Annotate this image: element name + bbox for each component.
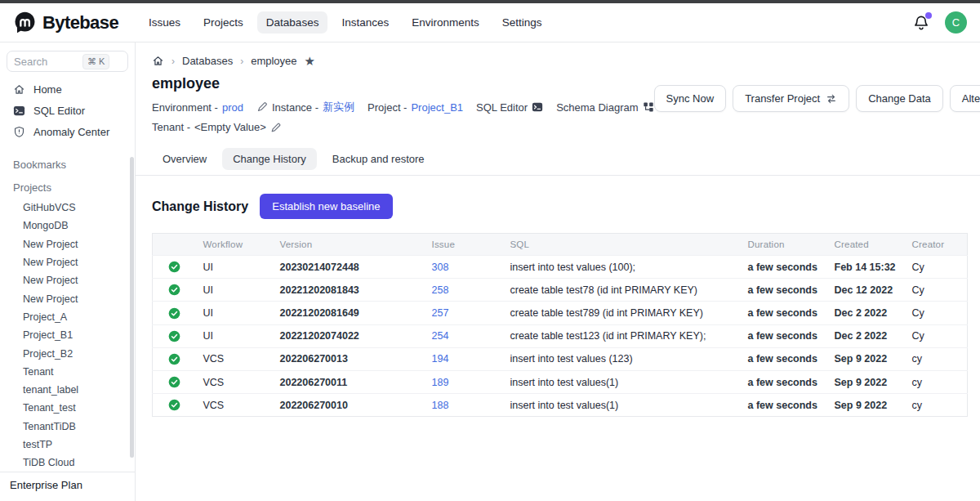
- table-row[interactable]: VCS 202206270013 194 insert into test va…: [153, 347, 968, 370]
- environment-label: Environment -: [152, 101, 218, 114]
- search-box[interactable]: ⌘ K: [7, 51, 128, 72]
- project-link[interactable]: Project_B1: [411, 101, 463, 114]
- home-icon[interactable]: [152, 55, 164, 67]
- cell-version: 202206270011: [274, 371, 425, 394]
- bookmarks-section-label: Bookmarks: [0, 155, 135, 173]
- transfer-project-button[interactable]: Transfer Project: [733, 85, 849, 112]
- edit-pencil-icon[interactable]: [270, 122, 282, 133]
- table-row[interactable]: UI 20230214072448 308 insert into test v…: [153, 256, 968, 279]
- sidebar-project-mongodb[interactable]: MongoDB: [0, 217, 135, 235]
- sidebar-item-sql-editor[interactable]: SQL Editor: [0, 100, 135, 121]
- sidebar-project-new-project[interactable]: New Project: [0, 289, 135, 307]
- schema-diagram-label: Schema Diagram: [556, 101, 638, 114]
- sidebar-project-tenanttidb[interactable]: TenantTiDB: [0, 418, 135, 436]
- table-row[interactable]: UI 20221202081649 257 create table test7…: [153, 302, 968, 324]
- button-label: Transfer Project: [745, 92, 820, 105]
- topnav-item-issues[interactable]: Issues: [140, 11, 189, 34]
- cell-duration: a few seconds: [742, 371, 828, 394]
- topnav-item-databases[interactable]: Databases: [257, 11, 328, 34]
- sidebar-project-githubvcs[interactable]: GitHubVCS: [0, 199, 135, 217]
- instance-link[interactable]: 新实例: [323, 100, 354, 114]
- notifications-button[interactable]: [912, 14, 930, 32]
- bytebase-logo[interactable]: Bytebase: [13, 11, 118, 34]
- sidebar-scrollbar[interactable]: [130, 157, 134, 458]
- sidebar-project-new-project[interactable]: New Project: [0, 235, 135, 253]
- issue-link[interactable]: 188: [432, 400, 449, 411]
- column-header-version: Version: [274, 234, 425, 256]
- issue-link[interactable]: 258: [432, 284, 449, 296]
- section-title: Change History: [152, 199, 248, 214]
- project-label: Project -: [368, 101, 407, 114]
- sidebar-project-tenant-test[interactable]: Tenant_test: [0, 399, 135, 417]
- sidebar-scroll-area: ⌘ K HomeSQL EditorAnomaly Center Bookmar…: [0, 42, 135, 472]
- sidebar-project-new-project[interactable]: New Project: [0, 271, 135, 289]
- search-input[interactable]: [14, 56, 82, 68]
- cell-duration: a few seconds: [742, 256, 828, 279]
- success-check-icon: [168, 284, 180, 295]
- cell-version: 20221202081649: [274, 302, 425, 324]
- environment-link[interactable]: prod: [222, 101, 243, 114]
- cell-created: Sep 9 2022: [828, 347, 906, 370]
- cell-sql: insert into test values(1): [504, 371, 742, 394]
- tab-backup-and-restore[interactable]: Backup and restore: [322, 148, 435, 170]
- sidebar-project-testtp[interactable]: testTP: [0, 436, 135, 454]
- issue-link[interactable]: 308: [432, 262, 449, 273]
- issue-link[interactable]: 257: [432, 307, 449, 319]
- cell-created: Dec 2 2022: [828, 324, 906, 347]
- cell-creator: Cy: [906, 302, 968, 324]
- sync-now-button[interactable]: Sync Now: [654, 85, 727, 112]
- plan-badge[interactable]: Enterprise Plan: [0, 472, 135, 501]
- cell-sql: create table test789 (id int PRIMARY KEY…: [504, 302, 742, 324]
- cell-created: Sep 9 2022: [828, 371, 906, 394]
- table-row[interactable]: UI 20221202081843 258 create table test7…: [153, 279, 968, 302]
- button-label: Change Data: [868, 92, 931, 105]
- change-history-section: Change History Establish new baseline Wo…: [136, 176, 980, 417]
- column-header-creator: Creator: [906, 234, 968, 256]
- sidebar-project-tidb-cloud[interactable]: TiDB Cloud: [0, 454, 135, 472]
- tab-overview[interactable]: Overview: [152, 148, 217, 170]
- cell-workflow: VCS: [197, 347, 274, 370]
- project-meta: Project - Project_B1: [368, 101, 463, 114]
- table-row[interactable]: VCS 202206270010 188 insert into test va…: [153, 394, 968, 417]
- cell-creator: cy: [906, 347, 968, 370]
- topnav-item-projects[interactable]: Projects: [194, 11, 252, 34]
- avatar[interactable]: C: [945, 11, 967, 34]
- sidebar-project-tenant[interactable]: Tenant: [0, 363, 135, 381]
- sql-editor-shortcut[interactable]: SQL Editor: [476, 101, 543, 114]
- sidebar-project-new-project[interactable]: New Project: [0, 253, 135, 271]
- topnav-item-settings[interactable]: Settings: [493, 11, 551, 34]
- transfer-icon: [826, 93, 837, 105]
- breadcrumb-databases[interactable]: Databases: [182, 55, 233, 67]
- table-row[interactable]: UI 20221202074022 254 create table test1…: [153, 324, 968, 347]
- favorite-star-icon[interactable]: ★: [305, 55, 315, 67]
- sidebar: ⌘ K HomeSQL EditorAnomaly Center Bookmar…: [0, 42, 136, 501]
- issue-link[interactable]: 254: [432, 330, 449, 342]
- topnav-item-instances[interactable]: Instances: [332, 11, 398, 34]
- cell-workflow: UI: [197, 302, 274, 324]
- cell-sql: insert into test values(1): [504, 394, 742, 417]
- sidebar-project-tenant-label[interactable]: tenant_label: [0, 381, 135, 399]
- table-row[interactable]: VCS 202206270011 189 insert into test va…: [153, 371, 968, 394]
- success-check-icon: [168, 353, 180, 365]
- shield-icon: [13, 125, 26, 138]
- establish-baseline-button[interactable]: Establish new baseline: [260, 194, 392, 219]
- breadcrumb-employee[interactable]: employee: [251, 55, 296, 67]
- sidebar-item-home[interactable]: Home: [0, 78, 135, 100]
- issue-link[interactable]: 194: [432, 353, 449, 365]
- alter-schema-button[interactable]: Alter Schema: [950, 85, 980, 112]
- schema-diagram-shortcut[interactable]: Schema Diagram: [556, 101, 653, 114]
- tab-change-history[interactable]: Change History: [222, 148, 317, 170]
- sidebar-nav: HomeSQL EditorAnomaly Center: [0, 78, 135, 142]
- sidebar-project-project-b2[interactable]: Project_B2: [0, 344, 135, 362]
- topnav-right: C: [912, 11, 967, 34]
- cell-workflow: VCS: [197, 371, 274, 394]
- cell-creator: Cy: [906, 256, 968, 279]
- sidebar-item-anomaly-center[interactable]: Anomaly Center: [0, 121, 135, 142]
- sidebar-project-project-a[interactable]: Project_A: [0, 308, 135, 326]
- cell-creator: Cy: [906, 324, 968, 347]
- topnav-item-environments[interactable]: Environments: [403, 11, 488, 34]
- issue-link[interactable]: 189: [432, 377, 449, 388]
- sidebar-project-project-b1[interactable]: Project_B1: [0, 326, 135, 344]
- column-header-duration: Duration: [742, 234, 828, 256]
- change-data-button[interactable]: Change Data: [856, 85, 943, 112]
